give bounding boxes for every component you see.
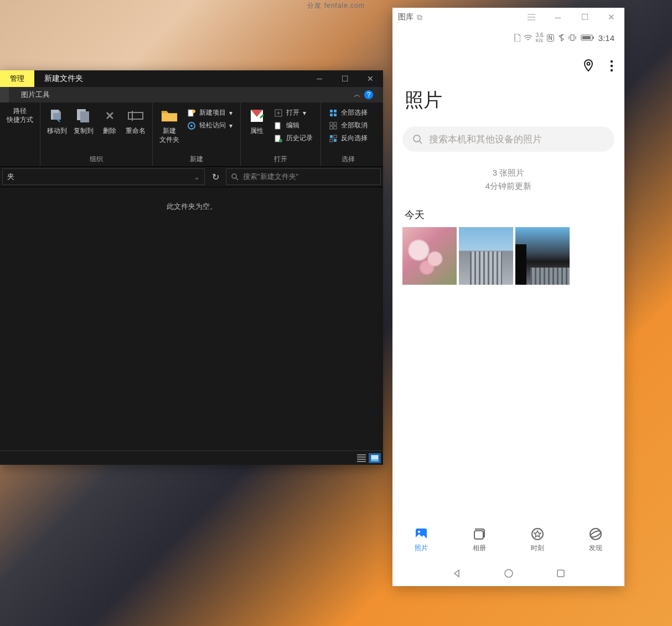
new-item-label: 新建项目 xyxy=(199,108,226,117)
nav-albums-label: 相册 xyxy=(473,543,486,553)
photo-grid xyxy=(392,225,624,287)
group-label-organize: 组织 xyxy=(40,153,152,166)
svg-point-45 xyxy=(418,531,420,533)
window-title: 新建文件夹 xyxy=(34,70,93,87)
minimize-button[interactable]: ─ xyxy=(550,9,566,25)
address-text: 夹 xyxy=(7,172,14,182)
select-none-icon xyxy=(329,121,338,130)
svg-rect-51 xyxy=(557,570,564,577)
nav-moments[interactable]: 时刻 xyxy=(509,519,567,561)
help-icon[interactable]: ? xyxy=(364,90,373,99)
svg-rect-19 xyxy=(330,126,333,129)
svg-rect-27 xyxy=(357,456,366,458)
new-folder-button[interactable]: 新建 文件夹 xyxy=(156,105,183,146)
ribbon: 路径 快捷方式 移动到 复制到 xyxy=(0,102,383,167)
svg-point-7 xyxy=(190,125,193,127)
svg-rect-29 xyxy=(357,461,366,462)
close-button[interactable]: ✕ xyxy=(603,9,619,25)
delete-icon: ✕ xyxy=(101,107,118,125)
address-dropdown-icon[interactable]: ⌄ xyxy=(194,173,200,181)
svg-point-12 xyxy=(279,139,282,142)
svg-rect-46 xyxy=(474,531,483,539)
search-icon xyxy=(412,134,422,144)
search-placeholder: 搜索本机和其他设备的照片 xyxy=(429,133,542,146)
address-bar: 夹 ⌄ ↻ 搜索"新建文件夹" xyxy=(0,167,383,187)
move-to-button[interactable]: 移动到 xyxy=(44,105,70,138)
group-label-open: 打开 xyxy=(241,153,321,166)
svg-rect-31 xyxy=(371,455,378,459)
home-button[interactable] xyxy=(502,567,515,580)
copy-to-button[interactable]: 复制到 xyxy=(70,105,97,138)
edit-label: 编辑 xyxy=(286,121,299,130)
view-thumbnails-button[interactable] xyxy=(369,453,381,463)
svg-rect-23 xyxy=(330,139,333,142)
search-box[interactable]: 搜索"新建文件夹" xyxy=(226,168,381,185)
nav-photos[interactable]: 照片 xyxy=(392,519,451,561)
properties-button[interactable]: 属性 xyxy=(244,105,270,138)
photo-thumbnail[interactable] xyxy=(402,227,457,285)
sim-icon xyxy=(514,34,520,42)
nav-albums[interactable]: 相册 xyxy=(451,519,509,561)
svg-rect-34 xyxy=(528,19,535,20)
search-placeholder: 搜索"新建文件夹" xyxy=(243,172,298,182)
invert-selection-button[interactable]: 反向选择 xyxy=(327,132,370,144)
tab-picture-tools[interactable]: 图片工具 xyxy=(21,90,50,100)
properties-icon xyxy=(248,107,266,125)
svg-rect-33 xyxy=(528,17,535,18)
svg-point-39 xyxy=(587,63,590,65)
svg-rect-37 xyxy=(593,37,594,39)
open-button[interactable]: 打开 ▾ xyxy=(272,107,315,119)
location-icon[interactable] xyxy=(581,59,596,73)
explorer-tabbar: 管理 新建文件夹 ─ ☐ ✕ xyxy=(0,70,383,87)
svg-point-25 xyxy=(232,174,236,178)
bottom-nav: 照片 相册 时刻 发现 xyxy=(392,519,624,561)
svg-rect-16 xyxy=(334,114,337,116)
select-none-button[interactable]: 全部取消 xyxy=(327,120,370,131)
select-all-label: 全部选择 xyxy=(341,108,368,117)
close-button[interactable]: ✕ xyxy=(358,70,383,87)
phone-window-titlebar: 图库 ⧉ ─ ☐ ✕ xyxy=(392,8,624,27)
nav-discover[interactable]: 发现 xyxy=(566,519,624,561)
phone-status-bar: 3.6 K/s N 3:14 xyxy=(392,27,624,49)
last-updated: 4分钟前更新 xyxy=(392,179,624,193)
photo-thumbnail[interactable] xyxy=(459,227,513,285)
svg-rect-21 xyxy=(330,135,333,138)
svg-point-50 xyxy=(505,569,513,577)
address-path[interactable]: 夹 ⌄ xyxy=(2,168,205,185)
new-item-button[interactable]: 新建项目 ▾ xyxy=(185,107,235,119)
maximize-button[interactable]: ☐ xyxy=(332,70,358,87)
view-details-button[interactable] xyxy=(355,453,368,463)
page-title: 照片 xyxy=(392,78,624,126)
edit-button[interactable]: 编辑 xyxy=(272,120,315,131)
svg-rect-35 xyxy=(571,35,574,40)
tab-manage[interactable]: 管理 xyxy=(0,70,34,87)
collapse-ribbon-icon[interactable]: ︿ xyxy=(354,90,361,100)
path-shortcut-button[interactable]: 路径 快捷方式 xyxy=(3,105,37,126)
svg-point-5 xyxy=(192,110,195,113)
edit-icon xyxy=(274,121,283,130)
refresh-button[interactable]: ↻ xyxy=(207,168,224,185)
status-bar xyxy=(0,450,383,465)
minimize-button[interactable]: ─ xyxy=(307,70,332,87)
more-icon[interactable] xyxy=(610,60,613,72)
svg-rect-22 xyxy=(334,135,337,138)
delete-button[interactable]: ✕ 删除 xyxy=(97,105,122,138)
new-folder-icon xyxy=(161,107,178,125)
maximize-button[interactable]: ☐ xyxy=(577,9,592,25)
photo-thumbnail[interactable] xyxy=(515,227,570,285)
search-bar[interactable]: 搜索本机和其他设备的照片 xyxy=(402,126,614,152)
recent-apps-button[interactable] xyxy=(554,567,567,580)
easy-access-button[interactable]: 轻松访问 ▾ xyxy=(185,120,235,131)
nfc-icon: N xyxy=(547,34,554,42)
select-all-button[interactable]: 全部选择 xyxy=(327,107,370,119)
folder-content: 此文件夹为空。 xyxy=(0,187,383,450)
menu-icon[interactable] xyxy=(524,9,539,25)
rename-button[interactable]: 重命名 xyxy=(122,105,149,138)
path-label: 路径 xyxy=(13,107,27,116)
window-controls: ─ ☐ ✕ xyxy=(307,70,383,87)
nav-moments-label: 时刻 xyxy=(531,543,544,553)
history-button[interactable]: 历史记录 xyxy=(272,132,315,144)
back-button[interactable] xyxy=(450,567,463,580)
copy-to-icon xyxy=(75,107,92,125)
battery-icon xyxy=(581,34,594,41)
